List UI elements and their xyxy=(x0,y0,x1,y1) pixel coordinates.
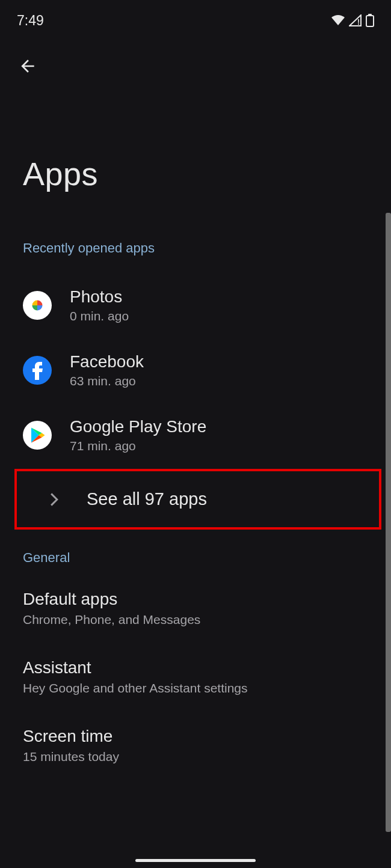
section-header-recent: Recently opened apps xyxy=(0,234,391,273)
general-title: Screen time xyxy=(23,727,368,746)
app-sub: 71 min. ago xyxy=(70,439,206,453)
general-title: Default apps xyxy=(23,590,368,609)
section-header-general: General xyxy=(0,531,391,576)
app-sub: 63 min. ago xyxy=(70,374,144,388)
page-title: Apps xyxy=(0,78,391,234)
play-store-icon xyxy=(23,421,52,450)
app-item-facebook[interactable]: Facebook 63 min. ago xyxy=(0,338,391,403)
svg-rect-2 xyxy=(368,14,372,16)
status-time: 7:49 xyxy=(17,13,44,29)
app-item-play-store[interactable]: Google Play Store 71 min. ago xyxy=(0,403,391,468)
facebook-icon xyxy=(23,356,52,385)
photos-icon xyxy=(23,291,52,320)
battery-icon xyxy=(366,14,374,27)
general-sub: Chrome, Phone, and Messages xyxy=(23,613,368,627)
signal-icon: ! xyxy=(349,14,362,26)
general-title: Assistant xyxy=(23,658,368,677)
home-indicator[interactable] xyxy=(135,859,256,862)
chevron-right-icon xyxy=(49,492,59,507)
svg-text:!: ! xyxy=(357,18,360,26)
general-sub: 15 minutes today xyxy=(23,750,368,764)
see-all-label: See all 97 apps xyxy=(87,489,207,509)
wifi-icon xyxy=(331,14,345,26)
app-name: Facebook xyxy=(70,352,144,371)
app-item-photos[interactable]: Photos 0 min. ago xyxy=(0,273,391,338)
status-icons: ! xyxy=(331,14,374,27)
see-all-apps-button[interactable]: See all 97 apps xyxy=(14,469,381,530)
status-bar: 7:49 ! xyxy=(0,0,391,34)
scrollbar[interactable] xyxy=(386,213,391,832)
svg-rect-1 xyxy=(366,16,374,26)
back-icon[interactable] xyxy=(18,57,37,76)
general-item-assistant[interactable]: Assistant Hey Google and other Assistant… xyxy=(0,640,391,709)
app-sub: 0 min. ago xyxy=(70,309,129,323)
general-sub: Hey Google and other Assistant settings xyxy=(23,681,368,695)
general-item-default-apps[interactable]: Default apps Chrome, Phone, and Messages xyxy=(0,576,391,640)
nav-bar xyxy=(0,34,391,78)
app-name: Photos xyxy=(70,287,129,307)
app-name: Google Play Store xyxy=(70,417,206,436)
general-item-screen-time[interactable]: Screen time 15 minutes today xyxy=(0,709,391,777)
